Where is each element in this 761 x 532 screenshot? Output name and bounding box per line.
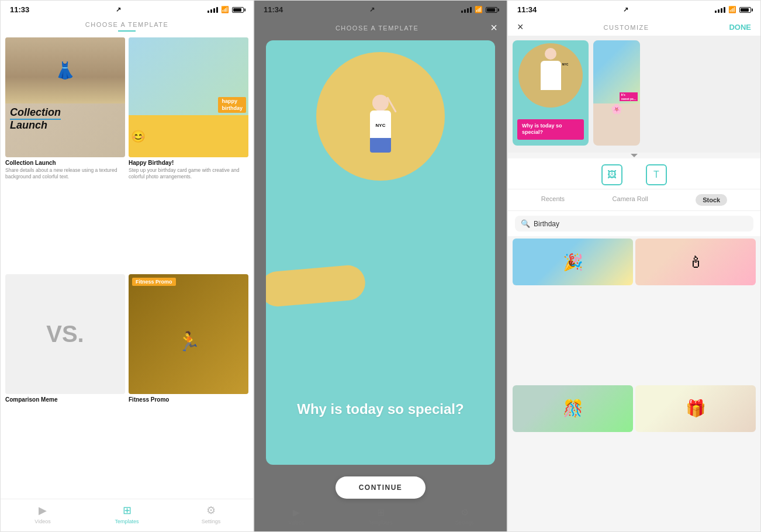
page-title-1: CHOOSE A TEMPLATE <box>1 21 253 28</box>
nav-label-settings-2: Settings <box>455 520 475 526</box>
screen3-phone: 11:34 ↗ 📶 × CUSTOMIZE DONE <box>507 0 761 532</box>
nav-settings-1[interactable]: ⚙ Settings <box>169 504 253 524</box>
settings-icon-1: ⚙ <box>206 504 216 517</box>
continue-button-wrap: CONTINUE <box>254 469 507 503</box>
screen1-phone: 11:33 ↗ 📶 CHOOSE A TEMPLATE 👗 <box>0 0 254 532</box>
search-box: 🔍 Birthday <box>515 216 753 232</box>
template-card-fitness[interactable]: Fitness Promo 🏃 Fitness Promo <box>129 274 248 494</box>
header-underline <box>118 30 136 32</box>
continue-button[interactable]: CONTINUE <box>335 476 426 499</box>
bottom-nav-1: ▶ Videos ⊞ Templates ⚙ Settings <box>1 499 253 531</box>
tools-row: 🖼 T <box>508 158 760 189</box>
text-tool-button[interactable]: T <box>646 164 667 185</box>
page-title-3: CUSTOMIZE <box>524 24 729 31</box>
search-icon: 🔍 <box>521 219 530 228</box>
person-image: NYC <box>328 40 433 204</box>
template-thumb-fitness: Fitness Promo 🏃 <box>129 274 248 394</box>
time-3: 11:34 <box>517 5 537 14</box>
arrow-indicator <box>508 153 760 158</box>
status-bar-1: 11:33 ↗ 📶 <box>1 1 253 16</box>
screen1-header: CHOOSE A TEMPLATE <box>1 16 253 33</box>
tab-camera-roll[interactable]: Camera Roll <box>613 194 648 206</box>
location-icon-1: ↗ <box>116 6 121 13</box>
text-tool-icon: T <box>653 170 659 180</box>
templates-icon-1: ⊞ <box>123 504 132 517</box>
location-icon-3: ↗ <box>623 6 628 13</box>
status-icons-2: 📶 <box>461 6 497 13</box>
location-icon-2: ↗ <box>369 6 375 13</box>
battery-icon-2 <box>486 7 497 13</box>
stock-image-2[interactable]: 🕯 <box>635 239 756 285</box>
template-thumb-birthday: happybirthday 😊 <box>129 37 248 157</box>
preview-text-box: Why is today so special? <box>517 119 584 140</box>
nav-label-settings-1: Settings <box>202 519 221 524</box>
nav-templates-2: ⊞ Templates <box>338 507 423 526</box>
wifi-icon-3: 📶 <box>728 6 736 13</box>
image-tool-button[interactable]: 🖼 <box>601 164 622 185</box>
template-card-vs[interactable]: VS. Comparison Meme <box>5 274 125 494</box>
nav-settings-2: ⚙ Settings <box>423 507 507 526</box>
wifi-icon-1: 📶 <box>221 6 229 13</box>
battery-icon-1 <box>232 7 244 13</box>
template-thumb-vs: VS. <box>5 274 125 394</box>
templates-icon-2: ⊞ <box>377 507 385 518</box>
nav-label-templates-1: Templates <box>115 519 139 524</box>
close-x-button[interactable]: × <box>517 21 524 33</box>
nav-templates-1[interactable]: ⊞ Templates <box>85 504 169 524</box>
template-desc-birthday: Step up your birthday card game with cre… <box>129 167 248 180</box>
modal-text-area: Why is today so special? <box>266 400 495 418</box>
template-name-vs: Comparison Meme <box>5 396 125 403</box>
search-row: 🔍 Birthday <box>508 211 760 236</box>
template-desc-collection: Share details about a new release using … <box>5 167 125 180</box>
screen3-header: × CUSTOMIZE DONE <box>508 16 760 36</box>
battery-icon-3 <box>739 7 751 13</box>
status-bar-3: 11:34 ↗ 📶 <box>508 1 760 16</box>
stock-image-3[interactable]: 🎊 <box>513 385 633 432</box>
stock-image-4[interactable]: 🎁 <box>635 385 756 432</box>
preview-card-1[interactable]: NYC Why is today so special? <box>513 40 589 146</box>
bottom-nav-2: ▶ Videos ⊞ Templates ⚙ Settings <box>254 503 507 531</box>
template-grid: 👗 Collection Launch Collection Launch Sh… <box>1 33 253 499</box>
brush-decoration <box>266 264 366 308</box>
signal-bars-2 <box>461 7 472 13</box>
time-2: 11:34 <box>264 5 283 14</box>
done-button[interactable]: DONE <box>729 23 751 32</box>
screen2-phone: 11:34 ↗ 📶 CHOOSE A TEMPLATE × <box>254 0 507 532</box>
status-bar-2: 11:34 ↗ 📶 <box>254 1 507 16</box>
tab-stock[interactable]: Stock <box>696 194 727 206</box>
page-title-2: CHOOSE A TEMPLATE <box>264 25 490 32</box>
tabs-row: Recents Camera Roll Stock <box>508 189 760 211</box>
template-card-collection[interactable]: 👗 Collection Launch Collection Launch Sh… <box>5 37 125 271</box>
video-icon-2: ▶ <box>293 507 300 518</box>
preview-badge: It'ssweet pe... <box>620 92 638 101</box>
signal-bars-1 <box>207 7 218 13</box>
video-icon-1: ▶ <box>39 504 47 517</box>
search-value: Birthday <box>534 220 559 228</box>
stock-grid: 🎉 🕯 🎊 🎁 <box>508 236 760 531</box>
wifi-icon-2: 📶 <box>475 6 483 13</box>
preview-card-2[interactable]: It'ssweet pe... 🌸 <box>593 40 640 146</box>
modal-question: Why is today so special? <box>278 400 483 418</box>
nav-label-templates-2: Templates <box>368 520 392 526</box>
template-name-collection: Collection Launch <box>5 160 125 166</box>
template-card-birthday[interactable]: happybirthday 😊 Happy Birthday! Step up … <box>129 37 248 271</box>
template-name-birthday: Happy Birthday! <box>129 160 248 166</box>
nav-videos-2: ▶ Videos <box>254 507 338 526</box>
status-icons-3: 📶 <box>715 6 751 13</box>
nav-label-videos-1: Videos <box>34 519 50 524</box>
preview-person: NYC <box>513 40 589 102</box>
time-1: 11:33 <box>10 5 29 14</box>
arrow-down-icon <box>631 154 638 157</box>
template-name-fitness: Fitness Promo <box>129 396 248 403</box>
template-thumb-collection: 👗 Collection Launch <box>5 37 125 157</box>
tab-recents[interactable]: Recents <box>541 194 565 206</box>
modal-card: NYC Why is today so special? <box>266 40 495 465</box>
settings-icon-2: ⚙ <box>461 507 469 518</box>
screen2-header: CHOOSE A TEMPLATE × <box>254 16 507 36</box>
stock-image-1[interactable]: 🎉 <box>513 239 633 285</box>
image-tool-icon: 🖼 <box>607 170 617 180</box>
nav-videos-1[interactable]: ▶ Videos <box>1 504 85 524</box>
signal-bars-3 <box>715 7 725 13</box>
preview-area: NYC Why is today so special? It'ssweet p… <box>508 36 760 153</box>
close-button[interactable]: × <box>490 21 497 34</box>
